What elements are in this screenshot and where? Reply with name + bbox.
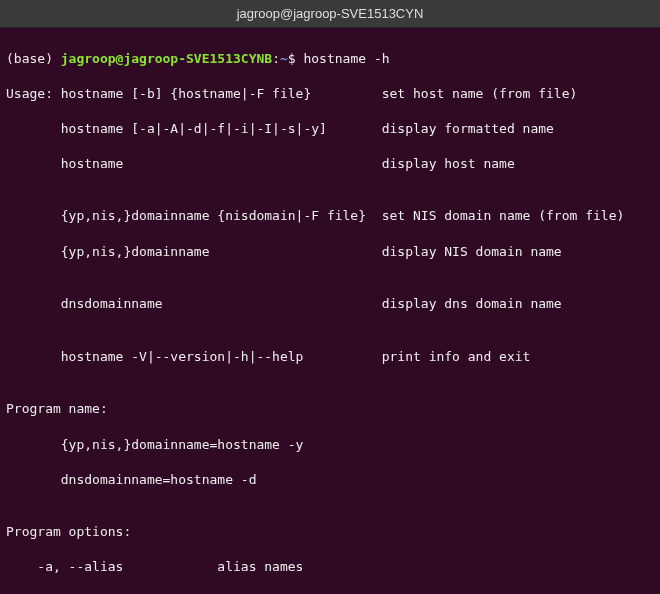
prompt-colon: : (272, 51, 280, 66)
window-title: jagroop@jagroop-SVE1513CYN (237, 5, 424, 23)
terminal-area[interactable]: (base) jagroop@jagroop-SVE1513CYNB:~$ ho… (0, 28, 660, 594)
output-line: Program options: (6, 523, 654, 541)
prompt-dollar: $ (288, 51, 304, 66)
output-line: {yp,nis,}domainname=hostname -y (6, 436, 654, 454)
output-line: hostname display host name (6, 155, 654, 173)
output-line: {yp,nis,}domainname {nisdomain|-F file} … (6, 207, 654, 225)
prompt-path: ~ (280, 51, 288, 66)
prompt-user-host: jagroop@jagroop-SVE1513CYNB (61, 51, 272, 66)
window-titlebar: jagroop@jagroop-SVE1513CYN (0, 0, 660, 28)
output-line: Program name: (6, 400, 654, 418)
output-line: hostname [-a|-A|-d|-f|-i|-I|-s|-y] displ… (6, 120, 654, 138)
output-line: hostname -V|--version|-h|--help print in… (6, 348, 654, 366)
command-text: hostname -h (303, 51, 389, 66)
output-line: {yp,nis,}domainname display NIS domain n… (6, 243, 654, 261)
output-line: dnsdomainname=hostname -d (6, 471, 654, 489)
output-line: dnsdomainname display dns domain name (6, 295, 654, 313)
prompt-line-1: (base) jagroop@jagroop-SVE1513CYNB:~$ ho… (6, 50, 654, 68)
output-line: Usage: hostname [-b] {hostname|-F file} … (6, 85, 654, 103)
output-line: -a, --alias alias names (6, 558, 654, 576)
prompt-env: (base) (6, 51, 61, 66)
